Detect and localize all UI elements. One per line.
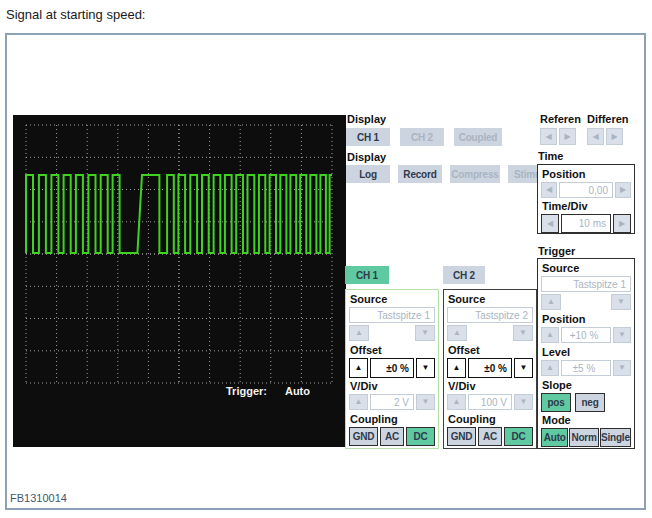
content-frame: Trigger: Auto Display CH 1 CH 2 Coupled … [5,33,646,510]
right-arrow-icon: ▶ [611,133,617,141]
ch2-tab[interactable]: CH 2 [443,266,485,284]
trigger-position-row: ▲ +10 % ▼ [541,327,631,343]
slope-pos-button[interactable]: pos [541,393,571,412]
ch2-coupling-label: Coupling [448,413,533,425]
differen-prev-button: ◀ [587,128,604,145]
time-position-label: Position [542,168,631,180]
ch2-offset-field[interactable]: ±0 % [468,358,512,378]
trigger-level-down-button: ▼ [613,360,631,376]
ch2-ac-button[interactable]: AC [478,427,502,446]
left-arrow-icon: ◀ [547,220,553,228]
ch2-coupling-row: GND AC DC [447,427,533,446]
time-position-row: ◀ 0,00 ▶ [541,182,631,198]
up-arrow-icon: ▲ [355,398,363,406]
ch2-panel: Source Tastspitze 2 ▲ ▼ Offset ▲ ±0 % ▼ … [443,289,537,449]
time-position-field: 0,00 [559,182,613,198]
time-div-label: Time/Div [542,200,631,212]
right-arrow-icon: ▶ [620,186,626,194]
up-arrow-icon: ▲ [453,364,461,372]
referen-label: Referen [540,113,581,125]
trigger-position-field: +10 % [561,327,611,343]
down-arrow-icon: ▼ [519,329,527,337]
right-arrow-icon: ▶ [564,133,570,141]
trigger-source-field: Tastspitze 1 [541,276,631,292]
scope-trigger-label: Trigger: [226,385,267,397]
trigger-position-label: Position [542,313,631,325]
time-panel: Position ◀ 0,00 ▶ Time/Div ◀ 10 ms ▶ [537,164,635,234]
ch1-vdiv-up-button: ▲ [349,394,368,410]
differen-label: Differen [587,113,629,125]
oscilloscope-display: Trigger: Auto [13,115,346,447]
ch1-gnd-button[interactable]: GND [349,427,378,446]
ch2-dc-button[interactable]: DC [504,427,533,446]
trigger-mode-label: Mode [542,414,631,426]
display-ch1-button[interactable]: CH 1 [346,128,390,146]
scope-trigger-readout: Trigger: Auto [226,385,310,397]
trigger-position-down-button: ▼ [613,327,631,343]
ch2-vdiv-up-button: ▲ [447,394,466,410]
time-position-decrement-button: ◀ [541,182,557,198]
trigger-mode-row: Auto Norm Single [541,428,631,447]
up-arrow-icon: ▲ [546,331,554,339]
ch1-coupling-row: GND AC DC [349,427,435,446]
right-arrow-icon: ▶ [619,220,625,228]
down-arrow-icon: ▼ [421,329,429,337]
display-modes-label: Display [347,151,386,163]
mode-auto-button[interactable]: Auto [541,428,568,447]
ch2-offset-down-button[interactable]: ▼ [514,358,533,378]
differen-arrows: ◀ ▶ [587,128,623,145]
trigger-level-label: Level [542,346,631,358]
trigger-level-up-button: ▲ [541,360,559,376]
ch2-offset-up-button[interactable]: ▲ [447,358,466,378]
ch1-vdiv-label: V/Div [350,380,435,392]
ch2-vdiv-row: ▲ 100 V ▼ [447,394,533,410]
ch1-dc-button[interactable]: DC [406,427,435,446]
down-arrow-icon: ▼ [618,331,626,339]
ch1-source-arrows: ▲ ▼ [349,325,435,341]
trigger-level-row: ▲ ±5 % ▼ [541,360,631,376]
ch1-vdiv-row: ▲ 2 V ▼ [349,394,435,410]
time-div-decrement-button[interactable]: ◀ [541,214,559,233]
ch1-tab[interactable]: CH 1 [345,266,389,284]
trigger-source-up-button: ▲ [541,294,561,310]
scope-canvas [13,115,346,447]
ch2-offset-row: ▲ ±0 % ▼ [447,358,533,378]
down-arrow-icon: ▼ [520,364,528,372]
record-button[interactable]: Record [398,165,442,183]
trigger-level-field: ±5 % [561,360,611,376]
ch2-source-label: Source [448,293,533,305]
ch1-vdiv-down-button: ▼ [416,394,435,410]
differen-next-button: ▶ [606,128,623,145]
ch1-source-down-button: ▼ [415,325,435,341]
time-div-increment-button[interactable]: ▶ [613,214,631,233]
mode-norm-button[interactable]: Norm [569,428,598,447]
up-arrow-icon: ▲ [453,329,461,337]
ch1-coupling-label: Coupling [350,413,435,425]
display-ch2-button: CH 2 [400,128,444,146]
ch1-offset-up-button[interactable]: ▲ [349,358,368,378]
time-position-increment-button: ▶ [615,182,631,198]
trigger-slope-label: Slope [542,379,631,391]
up-arrow-icon: ▲ [355,364,363,372]
ch2-source-arrows: ▲ ▼ [447,325,533,341]
slope-neg-button[interactable]: neg [575,393,605,412]
ch2-source-up-button: ▲ [447,325,467,341]
page-title: Signal at starting speed: [6,7,145,22]
ch1-source-field: Tastspitze 1 [349,307,435,323]
display-modes-row: Log Record Compress Stimuli [346,165,552,183]
ch2-gnd-button[interactable]: GND [447,427,476,446]
ch1-offset-down-button[interactable]: ▼ [416,358,435,378]
display-coupled-button: Coupled [454,128,502,146]
mode-single-button[interactable]: Single [600,428,631,447]
down-arrow-icon: ▼ [618,364,626,372]
ch1-offset-field[interactable]: ±0 % [370,358,414,378]
ch2-offset-label: Offset [448,344,533,356]
up-arrow-icon: ▲ [453,398,461,406]
figure-id: FB1310014 [10,492,67,504]
log-button[interactable]: Log [346,165,390,183]
ch1-ac-button[interactable]: AC [380,427,404,446]
ch2-vdiv-label: V/Div [448,380,533,392]
ch2-source-down-button: ▼ [513,325,533,341]
left-arrow-icon: ◀ [592,133,598,141]
trigger-panel: Source Tastspitze 1 ▲ ▼ Position ▲ +10 %… [537,258,635,449]
